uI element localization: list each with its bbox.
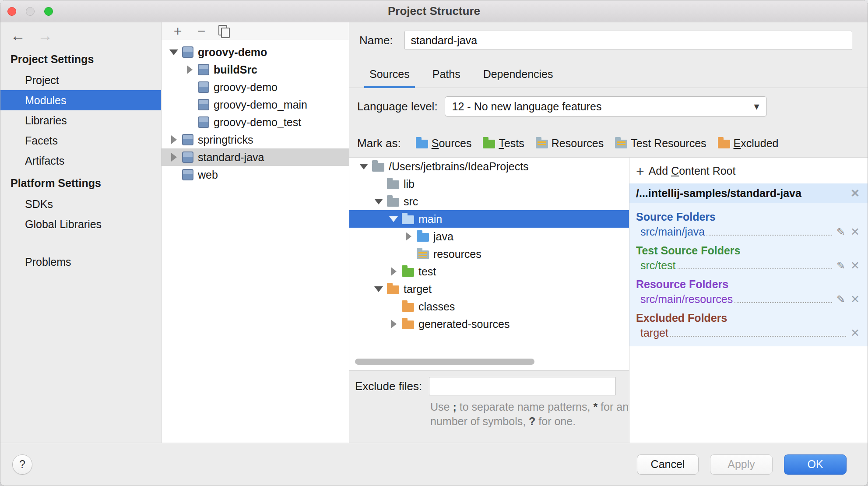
collapse-icon[interactable] (358, 161, 369, 172)
module-label: groovy-demo_main (214, 99, 307, 111)
sidebar-item-facets[interactable]: Facets (0, 130, 161, 151)
add-content-root-label: Add Content Root (649, 165, 736, 177)
back-icon[interactable]: ← (11, 28, 25, 43)
collapse-icon[interactable] (169, 47, 179, 57)
cancel-button[interactable]: Cancel (637, 454, 699, 475)
collapse-icon[interactable] (373, 196, 384, 207)
add-content-root-button[interactable]: + Add Content Root (629, 158, 868, 183)
folder-path[interactable]: src/main/java (640, 225, 705, 238)
tree-row-target[interactable]: target (349, 280, 629, 298)
resources-folder-icon (417, 250, 429, 259)
tree-indent (184, 82, 195, 92)
edit-pencil-icon[interactable]: ✎ (836, 226, 845, 238)
sidebar-item-global-libraries[interactable]: Global Libraries (0, 214, 161, 234)
tab-dependencies[interactable]: Dependencies (474, 68, 563, 88)
remove-module-button[interactable]: − (195, 24, 208, 38)
content-root-row[interactable]: /...intellij-samples/standard-java ✕ (629, 183, 868, 203)
module-name-input[interactable] (404, 31, 852, 50)
tab-sources[interactable]: Sources (360, 68, 419, 88)
zoom-window-button[interactable] (44, 7, 53, 16)
folder-path[interactable]: src/main/resources (640, 293, 733, 306)
tree-row-java[interactable]: java (349, 228, 629, 245)
expand-icon[interactable] (388, 266, 399, 277)
tree-row-resources[interactable]: resources (349, 245, 629, 263)
mark-as-item-label: Excluded (734, 137, 779, 150)
expand-icon[interactable] (184, 64, 195, 75)
remove-content-root-icon[interactable]: ✕ (850, 187, 860, 200)
tree-label: test (418, 265, 436, 278)
collapse-icon[interactable] (373, 284, 384, 294)
sidebar-item-problems[interactable]: Problems (0, 252, 161, 272)
tree-row-main[interactable]: main (349, 210, 629, 228)
source-folder-row[interactable]: src/main/java ✎ ✕ (636, 225, 860, 238)
titlebar[interactable]: Project Structure (0, 0, 868, 22)
sidebar-item-libraries[interactable]: Libraries (0, 110, 161, 130)
excluded-folder-row[interactable]: target ✕ (636, 327, 860, 339)
folder-path[interactable]: src/test (640, 259, 676, 272)
module-row-standard-java[interactable]: standard-java (162, 148, 349, 166)
tree-label: generated-sources (418, 318, 510, 331)
language-level-label: Language level: (357, 100, 438, 113)
module-row-groovy-demo[interactable]: groovy-demo (162, 43, 349, 61)
module-row-springtricks[interactable]: springtricks (162, 131, 349, 148)
remove-folder-icon[interactable]: ✕ (850, 259, 860, 272)
module-row-groovy-demo-main[interactable]: groovy-demo_main (162, 96, 349, 113)
module-row-buildsrc[interactable]: buildSrc (162, 61, 349, 78)
add-module-button[interactable]: + (171, 24, 184, 38)
expand-icon[interactable] (388, 319, 399, 329)
edit-pencil-icon[interactable]: ✎ (836, 293, 845, 306)
excluded-folder-icon (402, 303, 414, 312)
mark-as-item-label: Test Resources (631, 137, 706, 150)
remove-folder-icon[interactable]: ✕ (850, 327, 860, 339)
test-source-folder-row[interactable]: src/test ✎ ✕ (636, 259, 860, 272)
sidebar-item-modules[interactable]: Modules (0, 90, 161, 110)
tab-paths[interactable]: Paths (423, 68, 470, 88)
mark-as-test-resources[interactable]: Test Resources (615, 137, 706, 150)
help-button[interactable]: ? (12, 454, 32, 475)
apply-button[interactable]: Apply (710, 454, 773, 475)
tree-row-classes[interactable]: classes (349, 298, 629, 315)
expand-icon[interactable] (403, 231, 414, 242)
mark-as-item-label: Tests (499, 137, 524, 150)
tree-row-test[interactable]: test (349, 263, 629, 280)
sidebar-item-sdks[interactable]: SDKs (0, 194, 161, 214)
remove-folder-icon[interactable]: ✕ (850, 293, 860, 306)
edit-pencil-icon[interactable]: ✎ (836, 260, 845, 272)
minimize-window-button[interactable] (26, 7, 35, 16)
language-level-dropdown[interactable]: 12 - No new language features ▾ (445, 96, 767, 116)
copy-module-icon[interactable] (218, 25, 229, 37)
mark-as-tests[interactable]: Tests (483, 137, 524, 150)
resource-folder-row[interactable]: src/main/resources ✎ ✕ (636, 293, 860, 306)
module-label: groovy-demo (214, 81, 278, 94)
expand-icon[interactable] (169, 134, 179, 145)
tree-row-generated-sources[interactable]: generated-sources (349, 315, 629, 333)
folder-path[interactable]: target (640, 327, 668, 339)
expand-icon[interactable] (169, 152, 179, 162)
mark-as-excluded[interactable]: Excluded (718, 137, 779, 150)
module-row-web[interactable]: web (162, 166, 349, 183)
module-row-groovy-demo-test[interactable]: groovy-demo_test (162, 113, 349, 131)
leader-line (706, 235, 832, 236)
platform-settings-header: Platform Settings (0, 171, 161, 194)
close-window-button[interactable] (7, 7, 16, 16)
remove-folder-icon[interactable]: ✕ (850, 225, 860, 238)
resources-folder-icon (536, 140, 548, 148)
tree-row-lib[interactable]: lib (349, 175, 629, 193)
module-icon (198, 81, 209, 93)
tree-row-src[interactable]: src (349, 193, 629, 210)
sidebar-item-project[interactable]: Project (0, 70, 161, 90)
mark-as-item-label: Sources (432, 137, 472, 150)
ok-button[interactable]: OK (784, 454, 847, 475)
language-level-value: 12 - No new language features (452, 100, 602, 113)
exclude-files-input[interactable] (429, 377, 616, 395)
sidebar-item-artifacts[interactable]: Artifacts (0, 151, 161, 171)
forward-icon[interactable]: → (38, 28, 53, 43)
collapse-icon[interactable] (388, 214, 399, 224)
module-row-groovy-demo-child[interactable]: groovy-demo (162, 78, 349, 96)
project-structure-dialog: Project Structure ← → Project Settings P… (0, 0, 868, 486)
mark-as-sources[interactable]: Sources (416, 137, 472, 150)
mark-as-resources[interactable]: Resources (536, 137, 604, 150)
tree-row-root[interactable]: /Users/jetbrains/IdeaProjects (349, 158, 629, 175)
horizontal-scrollbar[interactable] (355, 359, 534, 365)
source-folders-header: Source Folders (636, 211, 860, 223)
